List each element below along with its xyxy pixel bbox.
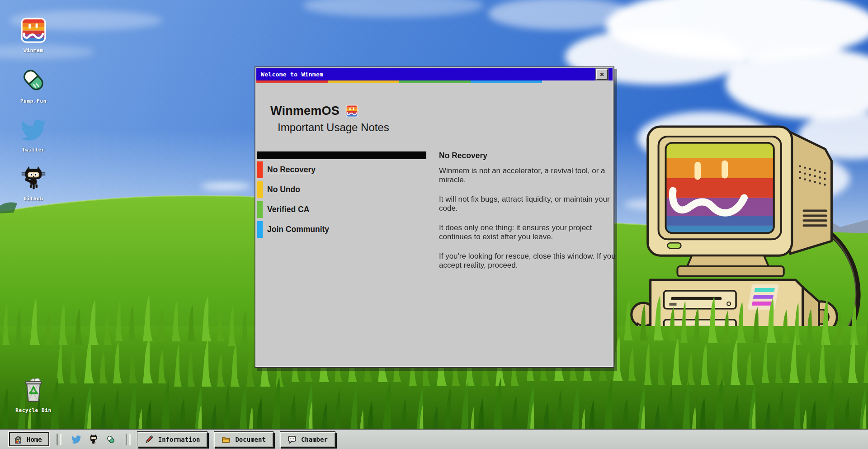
pencil-icon bbox=[145, 435, 154, 444]
recycle-bin-icon bbox=[12, 375, 55, 403]
menu-item-verified-ca[interactable]: Verified CA bbox=[257, 201, 426, 218]
taskbar-button-document[interactable]: Document bbox=[214, 431, 273, 447]
home-button[interactable]: Home bbox=[8, 431, 50, 447]
desktop-icon-label: Pump.Fun bbox=[12, 98, 55, 104]
content-paragraph: Winmem is not an accelerator, a revival … bbox=[439, 166, 618, 184]
desktop-icon-pumpfun[interactable]: Pump.Fun bbox=[12, 66, 55, 104]
desktop-icon-twitter[interactable]: Twitter bbox=[12, 115, 55, 153]
close-icon[interactable]: ✕ bbox=[596, 69, 608, 80]
taskbar-separator bbox=[57, 434, 61, 445]
content-paragraph: If you're looking for rescue, close this… bbox=[439, 252, 618, 269]
content-paragraph: It does only one thing: it ensures your … bbox=[439, 223, 618, 241]
winmem-logo-icon bbox=[12, 15, 55, 43]
desktop-icon-label: Recycle Bin bbox=[12, 407, 55, 413]
heading-line2: Important Usage Notes bbox=[278, 121, 389, 134]
menu-header-bar bbox=[257, 151, 426, 159]
window-titlebar[interactable]: Welcome to Winmem ✕ bbox=[256, 68, 613, 80]
window-body: WinmemOS bbox=[256, 83, 613, 366]
desktop-icon-label: Winmem bbox=[12, 47, 55, 53]
github-icon bbox=[12, 164, 55, 192]
solana-sticker bbox=[748, 284, 779, 310]
menu-list: No Recovery No Undo Verified CA Join Com… bbox=[257, 161, 426, 241]
menu-item-no-recovery[interactable]: No Recovery bbox=[257, 161, 426, 178]
twitter-icon bbox=[71, 435, 81, 444]
taskbar: Home bbox=[0, 429, 868, 449]
menu-item-no-undo[interactable]: No Undo bbox=[257, 181, 426, 198]
window-title: Welcome to Winmem bbox=[261, 71, 323, 78]
twitter-icon bbox=[12, 115, 55, 143]
chat-bubble-icon bbox=[288, 435, 297, 444]
desktop-icon-recycle-bin[interactable]: Recycle Bin bbox=[12, 375, 55, 413]
github-icon bbox=[88, 434, 99, 445]
desktop-icon-github[interactable]: Github bbox=[12, 164, 55, 202]
folder-icon bbox=[222, 435, 231, 444]
pill-icon bbox=[12, 66, 55, 94]
menu-color-bar bbox=[257, 181, 263, 198]
content-panel: No Recovery Winmem is not an accelerator… bbox=[439, 151, 618, 280]
content-paragraph: It will not fix bugs, attract liquidity,… bbox=[439, 195, 618, 213]
quicklaunch-github[interactable] bbox=[88, 434, 99, 445]
taskbar-button-information[interactable]: Information bbox=[137, 431, 208, 447]
house-icon bbox=[14, 435, 23, 444]
page-title: WinmemOS bbox=[270, 104, 389, 134]
menu-color-bar bbox=[257, 221, 263, 238]
menu-color-bar bbox=[257, 201, 263, 218]
desktop-icon-label: Github bbox=[12, 196, 55, 202]
heading-line1: WinmemOS bbox=[270, 104, 340, 118]
taskbar-button-chamber[interactable]: Chamber bbox=[280, 431, 335, 447]
winmem-logo-icon bbox=[345, 104, 359, 118]
menu-color-bar bbox=[257, 161, 263, 178]
home-button-label: Home bbox=[27, 436, 42, 443]
welcome-window: Welcome to Winmem ✕ WinmemOS bbox=[255, 66, 614, 368]
pill-icon bbox=[106, 435, 116, 444]
quicklaunch-pumpfun[interactable] bbox=[105, 434, 117, 445]
menu-item-join-community[interactable]: Join Community bbox=[257, 221, 426, 238]
desktop-icon-label: Twitter bbox=[12, 147, 55, 153]
desktop-icon-winmem[interactable]: Winmem bbox=[12, 15, 55, 53]
content-title: No Recovery bbox=[439, 151, 618, 161]
quicklaunch-twitter[interactable] bbox=[71, 434, 82, 445]
taskbar-separator bbox=[126, 434, 131, 445]
